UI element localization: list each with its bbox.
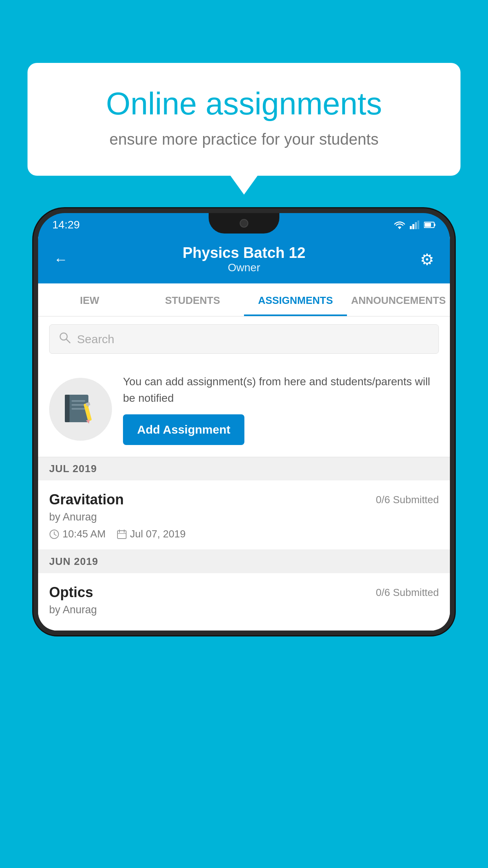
svg-line-19 bbox=[54, 534, 56, 535]
assignment-name-optics: Optics bbox=[49, 584, 93, 601]
assignment-submitted-gravitation: 0/6 Submitted bbox=[376, 494, 439, 506]
volume-button bbox=[33, 300, 36, 331]
camera bbox=[240, 219, 248, 228]
svg-rect-6 bbox=[425, 223, 431, 227]
calendar-icon bbox=[117, 529, 127, 539]
clock-icon bbox=[49, 529, 59, 539]
svg-rect-3 bbox=[418, 221, 420, 229]
power-button bbox=[452, 292, 455, 339]
status-bar: 14:29 bbox=[38, 213, 450, 237]
notebook-icon bbox=[63, 392, 98, 427]
tab-students[interactable]: STUDENTS bbox=[141, 283, 244, 316]
meta-time: 10:45 AM bbox=[49, 528, 106, 540]
assignment-meta-gravitation: 10:45 AM Jul 07, 2019 bbox=[49, 528, 439, 540]
svg-rect-2 bbox=[415, 222, 417, 229]
assignment-name-gravitation: Gravitation bbox=[49, 491, 124, 508]
svg-rect-10 bbox=[65, 395, 70, 422]
promo-text: You can add assignment(s) from here and … bbox=[123, 373, 439, 406]
status-time: 14:29 bbox=[52, 219, 80, 231]
assignment-submitted-optics: 0/6 Submitted bbox=[376, 587, 439, 599]
assignment-item-gravitation[interactable]: Gravitation 0/6 Submitted by Anurag 10:4… bbox=[38, 480, 450, 550]
header-subtitle: Owner bbox=[183, 261, 306, 274]
promo-right: You can add assignment(s) from here and … bbox=[123, 373, 439, 445]
assignment-by-optics: by Anurag bbox=[49, 604, 439, 616]
svg-rect-0 bbox=[410, 226, 412, 229]
assignment-item-optics[interactable]: Optics 0/6 Submitted by Anurag bbox=[38, 573, 450, 631]
notebook-icon-circle bbox=[49, 378, 112, 441]
tab-announcements[interactable]: ANNOUNCEMENTS bbox=[347, 283, 450, 316]
search-icon bbox=[59, 332, 71, 346]
svg-rect-11 bbox=[72, 400, 85, 402]
search-bar[interactable]: Search bbox=[49, 324, 439, 354]
assignment-row1-optics: Optics 0/6 Submitted bbox=[49, 584, 439, 601]
signal-icon bbox=[410, 221, 419, 229]
svg-rect-12 bbox=[72, 404, 85, 406]
tabs-bar: IEW STUDENTS ASSIGNMENTS ANNOUNCEMENTS bbox=[38, 283, 450, 316]
month-separator-jul: JUL 2019 bbox=[38, 457, 450, 480]
assignment-time: 10:45 AM bbox=[62, 528, 106, 540]
svg-rect-5 bbox=[434, 224, 435, 226]
search-bar-container: Search bbox=[38, 316, 450, 362]
speech-bubble: Online assignments ensure more practice … bbox=[28, 63, 460, 176]
app-header: ← Physics Batch 12 Owner ⚙ bbox=[38, 237, 450, 283]
back-button[interactable]: ← bbox=[54, 251, 68, 268]
phone-mockup: 14:29 bbox=[33, 208, 455, 868]
svg-line-8 bbox=[66, 339, 70, 343]
status-icons bbox=[394, 221, 436, 229]
tab-assignments[interactable]: ASSIGNMENTS bbox=[244, 283, 347, 316]
phone-outer: 14:29 bbox=[33, 208, 455, 635]
svg-rect-1 bbox=[413, 224, 415, 229]
svg-rect-13 bbox=[72, 408, 85, 410]
meta-date: Jul 07, 2019 bbox=[117, 528, 186, 540]
battery-icon bbox=[424, 221, 436, 228]
speech-bubble-container: Online assignments ensure more practice … bbox=[28, 63, 460, 176]
phone-screen: ← Physics Batch 12 Owner ⚙ IEW STUDENTS … bbox=[38, 237, 450, 631]
add-assignment-button[interactable]: Add Assignment bbox=[123, 414, 244, 445]
assignment-date: Jul 07, 2019 bbox=[130, 528, 186, 540]
notch bbox=[209, 213, 279, 234]
add-assignment-promo: You can add assignment(s) from here and … bbox=[38, 362, 450, 457]
assignment-by-gravitation: by Anurag bbox=[49, 511, 439, 523]
bubble-subtitle: ensure more practice for your students bbox=[55, 131, 433, 148]
header-title: Physics Batch 12 bbox=[183, 245, 306, 261]
assignment-row1: Gravitation 0/6 Submitted bbox=[49, 491, 439, 508]
month-separator-jun: JUN 2019 bbox=[38, 550, 450, 573]
header-center: Physics Batch 12 Owner bbox=[183, 245, 306, 274]
wifi-icon bbox=[394, 221, 405, 229]
settings-icon[interactable]: ⚙ bbox=[420, 250, 434, 268]
tab-iew[interactable]: IEW bbox=[38, 283, 141, 316]
bubble-title: Online assignments bbox=[55, 86, 433, 121]
svg-rect-20 bbox=[117, 531, 126, 539]
search-placeholder: Search bbox=[77, 333, 114, 346]
